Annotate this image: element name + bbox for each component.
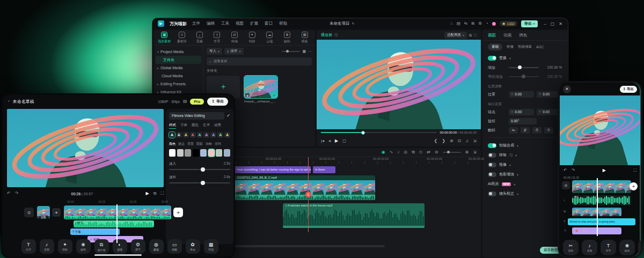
- link-button[interactable]: ∿: [390, 150, 393, 154]
- tab-stickers[interactable]: ❀贴纸: [279, 32, 296, 44]
- uniform-scale-slider[interactable]: [509, 76, 539, 77]
- play-button[interactable]: ▶: [335, 139, 338, 143]
- tab-style[interactable]: 样式: [169, 123, 176, 129]
- color-swatch[interactable]: [185, 149, 191, 157]
- menu-extensions[interactable]: 扩展: [250, 21, 258, 26]
- anchor-x-field[interactable]: X0.00: [509, 109, 534, 115]
- seek-bar[interactable]: [321, 132, 437, 133]
- confirm-check-icon[interactable]: ✓: [226, 114, 230, 118]
- toolbar-enhance[interactable]: ▦增强: [204, 239, 218, 254]
- subtab-shadow[interactable]: 阴影: [196, 142, 203, 146]
- fit-timeline-button[interactable]: ⇲: [473, 150, 477, 154]
- color-enhance-toggle[interactable]: [488, 172, 496, 177]
- media-item[interactable]: ▣ ✓ freepik__enhance__57..: [244, 76, 277, 105]
- timeline-playhead[interactable]: ≡: [308, 157, 309, 232]
- tab-transition[interactable]: ⇄转场: [226, 32, 243, 44]
- props-tab-color[interactable]: 调色: [519, 33, 527, 38]
- undo-button[interactable]: ↶: [564, 168, 567, 173]
- toolbar-pip[interactable]: ⧉画中画: [94, 239, 109, 254]
- menu-tools[interactable]: 工具: [221, 21, 229, 26]
- add-clip-small-button[interactable]: ＋: [52, 208, 61, 217]
- menu-window[interactable]: 窗口: [265, 21, 273, 26]
- tab-stock[interactable]: ⌸素材库: [174, 32, 191, 44]
- chevron-down-icon[interactable]: ▾: [509, 56, 511, 60]
- toolbar-filter[interactable]: ◐滤镜: [113, 239, 127, 254]
- play-button[interactable]: ▶: [603, 168, 606, 173]
- info-icon[interactable]: ⓘ: [334, 33, 338, 36]
- sidebar-item-global-media[interactable]: ▸Global Media: [154, 64, 203, 72]
- flip-vertical-button[interactable]: ⇵: [521, 127, 530, 134]
- close-icon[interactable]: ✕: [563, 85, 571, 93]
- phone-video-clip[interactable]: [572, 180, 631, 193]
- resolution-label[interactable]: 1080P · 30fps: [158, 100, 180, 104]
- tablet-export-button[interactable]: ↥ 导出: [207, 98, 228, 106]
- tab-font[interactable]: 字体: [180, 123, 187, 129]
- color-swatch[interactable]: [216, 149, 222, 157]
- tab-templates[interactable]: ▦模板: [296, 32, 313, 44]
- zoom-in-button[interactable]: ⊕: [465, 150, 469, 154]
- subtab-greenscreen[interactable]: 智能绿幕: [518, 45, 532, 49]
- home-icon[interactable]: ⌂: [450, 21, 453, 26]
- phone-music-clip[interactable]: 音乐: [572, 195, 631, 205]
- preset-style[interactable]: A: [190, 132, 196, 138]
- toolbar-sticker[interactable]: ❀贴纸: [619, 240, 635, 255]
- back-icon[interactable]: ‹: [8, 99, 10, 104]
- sort-dropdown[interactable]: ≡排序▾: [224, 48, 244, 55]
- apps-icon[interactable]: ⊞: [471, 21, 474, 26]
- tablet-playhead[interactable]: [116, 204, 118, 243]
- layout-icon[interactable]: ▤: [183, 99, 187, 104]
- preset-style[interactable]: A: [217, 132, 223, 138]
- color-swatch[interactable]: [177, 149, 184, 157]
- preset-style[interactable]: A: [203, 132, 209, 138]
- color-swatch[interactable]: [224, 149, 230, 157]
- props-tab-animation[interactable]: 动画: [503, 33, 511, 38]
- tab-effects[interactable]: ✦特效: [244, 32, 260, 44]
- phone-text-clip[interactable]: Almost to relax and jump! a spring-party: [568, 218, 635, 225]
- preset-style[interactable]: A: [210, 132, 216, 138]
- edit-title-icon[interactable]: ✎: [352, 22, 355, 25]
- toolbar-mask[interactable]: ◍蒙版: [149, 239, 164, 254]
- props-tab-video[interactable]: 画面: [488, 33, 496, 38]
- tablet-music-clip[interactable]: ♪ 音乐: [74, 220, 154, 227]
- snapshot-button[interactable]: ⊡: [458, 139, 462, 143]
- rotate-left-button[interactable]: ⥀: [532, 127, 541, 134]
- maximize-button[interactable]: ▢: [551, 21, 555, 26]
- thumbnail-size-slider[interactable]: [282, 51, 300, 52]
- sidebar-item-editing-presets[interactable]: ▸Editing Presets: [154, 80, 203, 88]
- preset-style[interactable]: A: [224, 132, 230, 138]
- menu-edit[interactable]: 编辑: [207, 21, 215, 26]
- toolbar-text[interactable]: T文字: [21, 239, 36, 254]
- voiceover-button[interactable]: ♪: [397, 150, 399, 154]
- toolbar-adjust[interactable]: ⚙调节: [131, 239, 145, 254]
- undo-button[interactable]: ↶: [7, 191, 11, 196]
- subtitle-clip-2[interactable]: Is there: [313, 166, 335, 173]
- color-swatch-selected[interactable]: [208, 149, 215, 157]
- ai-quality-row[interactable]: AI画质 NEW ▾: [482, 179, 567, 189]
- toolbar-edit[interactable]: ✂剪辑: [563, 240, 579, 255]
- minimize-button[interactable]: –: [544, 21, 546, 26]
- tab-text[interactable]: T文字: [209, 32, 225, 44]
- menu-file[interactable]: 文件: [192, 21, 200, 26]
- color-swatch[interactable]: [169, 149, 175, 157]
- denoise-toggle[interactable]: [488, 153, 496, 158]
- append-clip-button[interactable]: ＋: [173, 208, 183, 217]
- fade-in-slider[interactable]: [169, 169, 230, 170]
- subtab-align[interactable]: 排列: [215, 142, 221, 146]
- pip-track-button[interactable]: ⧉: [412, 150, 415, 154]
- mark-in-button[interactable]: ❮: [434, 139, 437, 143]
- play-button[interactable]: ▶: [146, 191, 149, 196]
- sidebar-item-folder[interactable]: 文件夹: [156, 56, 201, 64]
- tablet-video-clip[interactable]: [64, 205, 171, 219]
- toolbar-audio[interactable]: ♪音频: [582, 240, 597, 255]
- pip-icon[interactable]: ⧉: [153, 191, 157, 196]
- toolbar-sticker[interactable]: ❀贴纸: [76, 239, 91, 254]
- fullscreen-icon[interactable]: ⛶: [633, 168, 636, 173]
- import-dropdown[interactable]: 导入▾: [207, 48, 222, 55]
- tab-color[interactable]: 颜色: [192, 123, 199, 129]
- points-badge[interactable]: ◉ 1332: [500, 21, 517, 26]
- keying-toggle[interactable]: [488, 163, 496, 167]
- mute-original-button[interactable]: ⊘: [24, 208, 34, 217]
- transform-toggle[interactable]: [488, 56, 496, 61]
- audio-clip[interactable]: ♫ A woman stand, in the house.mp3: [283, 203, 425, 228]
- redo-button[interactable]: ↷: [572, 168, 575, 173]
